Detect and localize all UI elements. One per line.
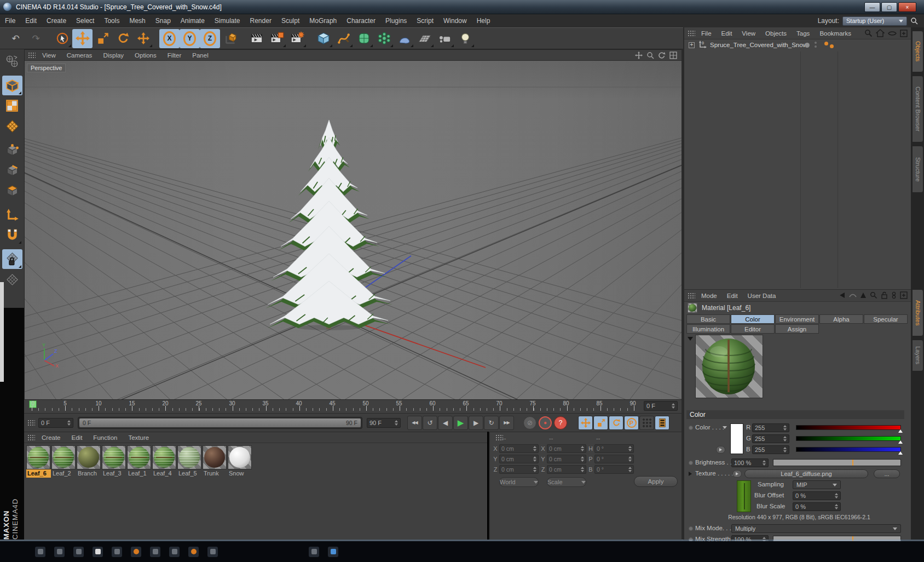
om-add-icon[interactable] (900, 30, 908, 37)
tab-alpha[interactable]: Alpha (819, 314, 863, 324)
view-label[interactable]: Perspective (27, 64, 66, 72)
section-header-color[interactable]: Color (686, 410, 904, 419)
texture-filename-button[interactable]: Leaf_6_diffuse.png (744, 469, 868, 478)
menu-snap[interactable]: Snap (151, 14, 176, 27)
taskbar-app-icon[interactable] (131, 547, 141, 557)
spinner-icon[interactable] (833, 493, 838, 498)
record-button[interactable]: ⊘ (523, 416, 536, 429)
expand-texture-icon[interactable] (689, 472, 692, 476)
key-position-toggle[interactable] (578, 416, 593, 430)
blur-offset-field[interactable]: 0 % (793, 491, 841, 500)
om-menu-file[interactable]: File (696, 30, 717, 37)
add-camera-button[interactable] (435, 29, 455, 48)
next-key-button[interactable]: ↻ (484, 416, 499, 430)
last-tool-used[interactable] (133, 29, 153, 48)
blur-scale-field[interactable]: 0 % (793, 502, 841, 511)
position-z-field[interactable]: 0 cm (499, 465, 539, 474)
menu-character[interactable]: Character (342, 14, 380, 27)
tab-attributes[interactable]: Attributes (912, 289, 923, 336)
snap-settings-button[interactable] (2, 225, 22, 245)
tab-content-browser[interactable]: Content Browser (912, 76, 923, 142)
size-x-field[interactable]: 0 cm (547, 444, 586, 453)
mix-mode-dropdown[interactable]: Multiply (731, 524, 901, 533)
axis-x-lock[interactable]: X (159, 29, 180, 48)
brightness-field[interactable]: 100 % (731, 458, 769, 467)
om-home-icon[interactable] (876, 29, 885, 37)
mat-menu-create[interactable]: Create (36, 434, 66, 441)
axis-z-lock[interactable]: Z (200, 29, 220, 48)
menu-script[interactable]: Script (412, 14, 438, 27)
material-tile-leaf-6[interactable]: Leaf_6 (26, 445, 51, 478)
mat-menu-function[interactable]: Function (88, 434, 123, 441)
add-cube-button[interactable] (313, 29, 333, 48)
polygons-mode-button[interactable] (2, 181, 22, 200)
tab-structure[interactable]: Structure (912, 146, 923, 193)
key-rotation-toggle[interactable] (609, 416, 623, 430)
tag-icon[interactable] (830, 44, 834, 48)
keyframe-help-button[interactable]: ? (554, 416, 567, 429)
render-view-button[interactable] (246, 29, 267, 48)
axis-y-lock[interactable]: Y (180, 29, 200, 48)
editor-visibility-dot[interactable] (805, 43, 810, 48)
material-tile-leaf-2[interactable]: Leaf_2 (51, 445, 76, 478)
texture-browse-button[interactable]: ... (874, 469, 900, 478)
tab-illumination[interactable]: Illumination (686, 324, 730, 334)
tab-layers[interactable]: Layers (912, 340, 923, 371)
spinner-icon[interactable] (782, 436, 787, 441)
rotate-tool[interactable] (113, 29, 133, 48)
panel-grip-icon[interactable] (27, 434, 35, 441)
previous-frame-button[interactable]: ◀ (438, 416, 453, 430)
rotation-h-field[interactable]: 0 ° (594, 444, 634, 453)
add-mograph-button[interactable] (374, 29, 394, 48)
vp-menu-view[interactable]: View (37, 52, 61, 59)
previous-key-button[interactable]: ↺ (423, 416, 437, 430)
redo-button[interactable]: ↷ (26, 29, 46, 48)
end-frame-field[interactable]: 90 F (367, 418, 401, 428)
panel-grip-icon[interactable] (27, 420, 35, 426)
om-menu-tags[interactable]: Tags (792, 30, 815, 37)
go-to-start-button[interactable]: ◀◀ (407, 416, 422, 430)
close-button[interactable]: × (898, 2, 916, 12)
minimize-button[interactable]: — (864, 2, 880, 12)
menu-edit[interactable]: Edit (20, 14, 42, 27)
color-swatch[interactable] (730, 423, 743, 454)
spinner-icon[interactable] (670, 403, 675, 409)
add-spline-button[interactable] (333, 29, 354, 48)
brightness-slider[interactable] (773, 459, 901, 466)
maximize-button[interactable]: ▢ (881, 2, 897, 12)
spinner-icon[interactable] (782, 447, 787, 452)
coordinate-space-dropdown[interactable]: World (499, 477, 539, 487)
am-menu-mode[interactable]: Mode (696, 293, 722, 299)
render-visibility-dot[interactable] (815, 42, 817, 44)
go-to-end-button[interactable]: ▶▶ (499, 416, 514, 430)
am-menu-edit[interactable]: Edit (722, 293, 743, 299)
expand-icon[interactable]: + (689, 42, 695, 48)
om-menu-bookmarks[interactable]: Bookmarks (815, 30, 856, 37)
animation-dot-icon[interactable] (689, 526, 693, 531)
om-eye-icon[interactable] (888, 30, 897, 37)
render-settings-button[interactable] (287, 29, 307, 48)
taskbar-app-icon[interactable] (328, 547, 338, 557)
menu-create[interactable]: Create (42, 14, 71, 27)
sampling-dropdown[interactable]: MIP (793, 480, 841, 489)
taskbar-app-icon[interactable] (150, 547, 160, 557)
slider-handle-icon[interactable] (898, 440, 903, 444)
vp-menu-cameras[interactable]: Cameras (61, 52, 98, 59)
object-name[interactable]: Spruce_Tree_Covered_with_Snow (710, 42, 807, 48)
menu-window[interactable]: Window (438, 14, 472, 27)
spinner-icon[interactable] (782, 425, 787, 431)
material-preview[interactable] (695, 335, 763, 398)
am-mode-arrow-icon[interactable] (860, 292, 867, 299)
menu-mograph[interactable]: MoGraph (304, 14, 342, 27)
layout-search-icon[interactable] (910, 17, 919, 25)
animation-dot-icon[interactable] (689, 426, 693, 430)
om-menu-edit[interactable]: Edit (717, 30, 737, 37)
am-forward-icon[interactable] (849, 293, 857, 298)
move-tool[interactable] (72, 29, 93, 48)
object-row[interactable]: + 0 Spruce_Tree_Covered_with_Snow (684, 39, 911, 50)
panel-grip-icon[interactable] (28, 52, 36, 59)
red-value-field[interactable]: 255 (752, 423, 789, 432)
taskbar-app-icon[interactable] (207, 547, 218, 557)
key-scale-toggle[interactable] (593, 416, 608, 430)
spinner-icon[interactable] (761, 460, 766, 466)
